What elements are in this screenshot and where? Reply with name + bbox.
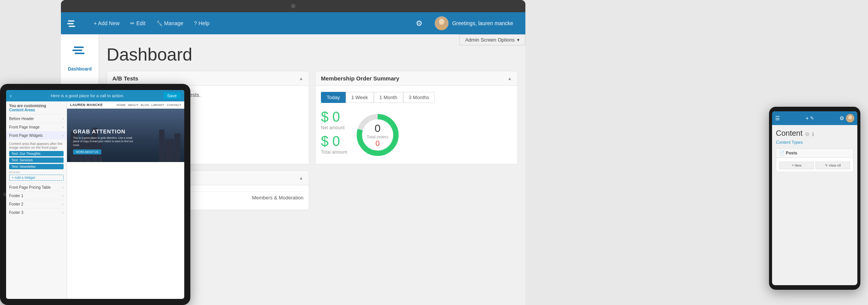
phone-section-link[interactable]: Content Types [776,140,854,144]
customizer-widgets-area: Content area that appears after the imag… [6,140,67,183]
customizer-item-footer1[interactable]: Footer 1 › [6,191,67,200]
phone-add-icon[interactable]: + [806,115,809,121]
customizer-item-label: Footer 2 [9,202,23,206]
phone-device: ☰ + ✎ ⚙ Content ⚙ ℹ Content Types [769,107,860,290]
screen-options-bar: Admin Screen Options ▾ [460,34,525,45]
forum-col2: Members & Moderation [252,195,303,201]
tab-1month[interactable]: 1 Month [374,92,403,103]
time-tabs: Today 1 Week 1 Month 3 Months [321,92,512,103]
customizer-item-label: Before Header [9,117,34,121]
ab-tests-title: A/B Tests [112,75,138,82]
customizer-title: Here is a good place for a call to actio… [15,93,160,98]
donut-chart: 0 Total orders 0 [355,112,400,158]
nav-edit[interactable]: ✏ Edit [125,12,151,34]
tab-today[interactable]: Today [321,92,346,103]
customizer-item-pricing[interactable]: Front Page Pricing Table › [6,183,67,191]
chevron-right-icon: › [62,125,64,129]
hero-heading: GRAB ATTENTION [73,128,134,135]
svg-point-12 [848,116,852,119]
phone-btn-row: + New ✎ View All [779,162,850,169]
customizer-panel-subtitle2: Content Areas [9,108,64,112]
tab-1week[interactable]: 1 Week [346,92,374,103]
customizer-header: ‹ Here is a good place for a call to act… [6,90,184,101]
nav-logo [67,17,79,29]
customizer-panel-title: You are customizing Content Areas [6,101,67,114]
net-amount-value: $ 0 [321,109,347,125]
sidebar-dashboard-label: Dashboard [68,66,92,72]
customizer-panel-subtitle1: You are customizing [9,104,64,108]
nav-about: ABOUT [128,103,139,107]
hero-text: GRAB ATTENTION This is a good place to g… [73,128,134,154]
phone-top-bar: ☰ + ✎ ⚙ [772,111,857,125]
membership-title: Membership Order Summary [321,75,399,82]
membership-widget: Membership Order Summary ▲ Today 1 Week … [315,71,518,164]
membership-toggle[interactable]: ▲ [507,76,512,81]
hero-cta-button[interactable]: MORE ABOUT US [73,149,101,154]
tablet-device: ‹ Here is a good place for a call to act… [0,84,190,305]
preview-brand: LAUREN MANCKE [70,103,103,107]
customizer-body: You are customizing Content Areas Before… [6,101,184,299]
widget-chip-2[interactable]: Test: Services [9,157,64,163]
screen-options-button[interactable]: Admin Screen Options ▾ [460,34,525,45]
phone-info-icon[interactable]: ℹ [812,131,814,137]
net-amount-row: $ 0 Net amount [321,109,347,130]
gear-icon[interactable]: ⚙ [410,19,429,28]
phone-widget-body: + New ✎ View All [776,158,853,172]
nav-manage[interactable]: 🔧 Manage [151,12,188,34]
customizer-save-button[interactable]: Save [163,92,180,99]
nav-greeting-text: Greetings, lauren mancke [452,20,513,26]
building-6 [174,133,180,162]
widget-chip-1[interactable]: Test: Our Thoughts [9,151,64,156]
nav-user: Greetings, lauren mancke [429,16,519,30]
chevron-right-icon: › [62,185,64,189]
customizer-item-front-page-image[interactable]: Front Page Image › [6,123,67,131]
phone-edit-icon[interactable]: ✎ [810,116,814,121]
phone-new-label: New [795,164,801,167]
chevron-right-icon: › [62,202,64,206]
reorder-label: Reorder [9,170,64,174]
customizer-panel: You are customizing Content Areas Before… [6,101,67,299]
top-nav: + Add New ✏ Edit 🔧 Manage ? Help ⚙ Greet… [61,12,525,34]
total-orders-label: Total orders [367,135,388,139]
ab-tests-toggle[interactable]: ▲ [299,76,303,81]
customizer-item-before-header[interactable]: Before Header › [6,114,67,123]
total-amount-row: $ 0 Total amount [321,133,347,155]
customizer-item-footer2[interactable]: Footer 2 › [6,200,67,208]
nav-add-new[interactable]: + Add New [88,12,125,34]
membership-widget-header: Membership Order Summary ▲ [316,71,517,86]
phone-view-all-button[interactable]: ✎ View All [815,162,850,169]
total-amount-label: Total amount [321,149,347,155]
widget-chip-3[interactable]: Test: Newsletter [9,164,64,169]
avatar [435,16,448,30]
phone-gear-icon[interactable]: ⚙ [839,115,844,121]
donut-zero: 0 [367,139,388,148]
phone-menu-icon[interactable]: ☰ [775,115,780,121]
site-preview: LAUREN MANCKE HOME ABOUT BLOG LIBRARY CO… [67,101,184,299]
phone-widget-header: 📄 Posts [776,149,853,158]
add-widget-button[interactable]: + Add a Widget [9,175,64,181]
plus-icon: + [792,164,794,167]
tablet-screen: ‹ Here is a good place for a call to act… [6,90,184,299]
nav-help[interactable]: ? Help [189,12,215,34]
customizer-item-label: Front Page Image [9,125,40,129]
phone-content: Content ⚙ ℹ Content Types 📄 Posts + New [772,125,857,178]
building-8 [159,130,164,162]
phone-new-button[interactable]: + New [779,162,814,169]
sidebar-logo [72,42,88,60]
chevron-right-icon: › [62,133,64,138]
customizer-item-label: Footer 3 [9,210,23,215]
total-amount-value: $ 0 [321,133,347,149]
forums-toggle[interactable]: ▲ [299,175,303,181]
customizer-item-front-page-widgets[interactable]: Front Page Widgets › [6,131,67,140]
total-orders-value: 0 [367,122,388,135]
customizer-back-icon[interactable]: ‹ [10,93,12,99]
browser-camera-dot [291,4,295,8]
page-title: Dashboard [107,44,518,65]
chevron-right-icon: › [62,117,64,121]
phone-gear-icon-small[interactable]: ⚙ [805,131,810,137]
chevron-down-icon: ▾ [517,37,520,43]
hero-sub: This is a good place to grab attention. … [73,136,134,147]
tab-3months[interactable]: 3 Months [403,92,435,103]
phone-widget-title: Posts [786,151,797,155]
customizer-item-footer3[interactable]: Footer 3 › [6,208,67,217]
